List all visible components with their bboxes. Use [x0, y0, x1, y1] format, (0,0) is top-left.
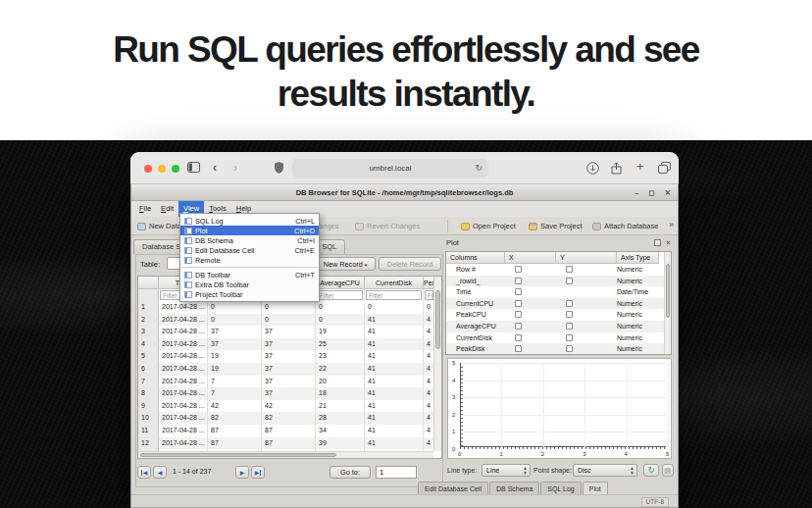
table-vertical-scrollbar[interactable] [433, 277, 441, 451]
data-cell[interactable]: 23 [316, 350, 365, 363]
column-header-PeakDisk[interactable]: PeakDisk [424, 277, 433, 289]
data-cell[interactable]: 37 [262, 363, 316, 376]
first-record-button[interactable]: ◀ [137, 466, 151, 479]
data-cell[interactable]: 4 [424, 326, 433, 338]
data-cell[interactable]: 37 [262, 387, 316, 400]
data-cell[interactable]: 7 [208, 376, 262, 388]
row-number-cell[interactable]: 10 [138, 412, 159, 425]
app-titlebar[interactable]: DB Browser for SQLite - /home/mgr/tmp/sq… [131, 184, 678, 201]
data-cell[interactable]: 87 [208, 437, 262, 450]
plot-column-row[interactable]: PeakDiskNumeric [446, 343, 664, 355]
data-cell[interactable]: 22 [316, 363, 365, 376]
y-checkbox[interactable] [566, 345, 573, 352]
data-cell[interactable]: 87 [262, 437, 316, 450]
table-horizontal-scrollbar[interactable] [138, 451, 433, 458]
data-cell[interactable]: 41 [365, 425, 424, 437]
y-checkbox[interactable] [566, 334, 573, 341]
close-traffic-light[interactable] [144, 165, 152, 173]
menubar-item-edit[interactable]: Edit [156, 201, 178, 217]
data-cell[interactable]: 21 [316, 400, 365, 413]
data-cell[interactable]: 4 [424, 338, 433, 351]
line-type-combo[interactable]: Line ▲▼ [482, 464, 531, 477]
table-row[interactable]: 22017-04-28 ...000414 [138, 314, 433, 327]
save-plot-button[interactable]: ↻ [643, 464, 659, 477]
x-checkbox[interactable] [515, 288, 522, 295]
data-cell[interactable]: 4 [424, 412, 433, 425]
data-cell[interactable]: 2017-04-28 ... [159, 412, 208, 425]
table-row[interactable]: 32017-04-28 ...373719414 [138, 326, 433, 338]
view-menu-item-db-toolbar[interactable]: DB ToolbarCtrl+T [180, 270, 319, 279]
row-number-cell[interactable]: 4 [138, 338, 159, 351]
y-checkbox[interactable] [566, 311, 573, 318]
dock-tab-edit-database-cell[interactable]: Edit Database Cell [418, 482, 488, 495]
scrollbar-thumb[interactable] [435, 290, 440, 349]
x-checkbox[interactable] [515, 278, 522, 284]
row-number-cell[interactable]: 3 [138, 326, 159, 338]
x-checkbox[interactable] [515, 323, 522, 330]
data-cell[interactable]: 37 [208, 326, 262, 338]
toolbar-open-project-button[interactable]: Open Project [461, 220, 516, 232]
plot-column-row[interactable]: Row #Numeric [446, 264, 664, 276]
data-cell[interactable]: 41 [365, 376, 424, 388]
plot-column-header-x[interactable]: X [505, 252, 556, 264]
downloads-icon[interactable] [586, 162, 599, 175]
table-row[interactable]: 92017-04-28 ...424221414 [138, 400, 433, 413]
view-menu-item-project-toolbar[interactable]: Project Toolbar [180, 289, 319, 299]
data-cell[interactable]: 4 [424, 437, 433, 450]
plot-column-row[interactable]: CurrentCPUNumeric [446, 298, 664, 310]
data-cell[interactable]: 41 [365, 326, 424, 338]
plot-column-header-y[interactable]: Y [556, 252, 617, 264]
row-number-cell[interactable]: 12 [138, 437, 159, 450]
column-header-AverageCPU[interactable]: AverageCPU [316, 277, 365, 289]
data-cell[interactable]: 37 [208, 338, 262, 351]
x-checkbox[interactable] [515, 334, 522, 341]
point-shape-combo[interactable]: Disc ▲▼ [573, 464, 637, 477]
data-cell[interactable]: 42 [208, 400, 262, 413]
plot-column-header-axistype[interactable]: Axis Type [617, 252, 659, 264]
data-cell[interactable]: 4 [424, 376, 433, 388]
minimize-traffic-light[interactable] [158, 165, 166, 173]
row-number-cell[interactable]: 2 [138, 314, 159, 327]
plot-table-scrollbar[interactable] [664, 252, 671, 354]
row-number-cell[interactable]: 7 [138, 376, 159, 388]
dock-tab-db-schema[interactable]: DB Schema [489, 482, 539, 495]
data-cell[interactable]: 2017-04-28 ... [159, 338, 208, 351]
menubar-item-file[interactable]: File [134, 201, 156, 217]
filter-input[interactable]: Filter [425, 290, 433, 300]
row-number-cell[interactable]: 5 [138, 350, 159, 363]
copy-plot-button[interactable]: ▦ [662, 464, 674, 477]
data-cell[interactable]: 28 [316, 412, 365, 425]
data-cell[interactable]: 34 [316, 425, 365, 437]
x-checkbox[interactable] [515, 266, 522, 273]
plot-column-row[interactable]: AverageCPUNumeric [446, 321, 664, 332]
dock-tab-plot[interactable]: Plot [583, 482, 608, 495]
data-cell[interactable]: 2017-04-28 ... [159, 425, 208, 437]
data-cell[interactable]: 18 [316, 387, 365, 400]
dock-tab-sql-log[interactable]: SQL Log [540, 482, 581, 495]
data-cell[interactable]: 0 [262, 314, 316, 327]
goto-button[interactable]: Go to: [330, 466, 371, 479]
table-row[interactable]: 52017-04-28 ...193723414 [138, 350, 433, 363]
view-menu-item-plot[interactable]: PlotCtrl+D [180, 226, 319, 235]
data-cell[interactable]: 0 [316, 314, 365, 327]
plot-column-row[interactable]: CurrentDiskNumeric [446, 332, 664, 344]
x-checkbox[interactable] [515, 300, 522, 307]
data-cell[interactable]: 41 [365, 412, 424, 425]
data-cell[interactable]: 4 [424, 425, 433, 437]
tab-overview-icon[interactable] [658, 162, 671, 174]
corner-header[interactable] [138, 277, 159, 289]
data-cell[interactable]: 19 [208, 350, 262, 363]
data-cell[interactable]: 2017-04-28 ... [159, 363, 208, 376]
data-cell[interactable]: 4 [424, 387, 433, 400]
data-cell[interactable]: 0 [208, 301, 262, 314]
data-cell[interactable]: 39 [316, 437, 365, 450]
view-menu-item-sql-log[interactable]: SQL LogCtrl+L [180, 216, 319, 226]
data-cell[interactable]: 41 [365, 350, 424, 363]
previous-record-button[interactable]: ◀ [153, 466, 167, 479]
maximize-icon[interactable]: ◻ [648, 188, 654, 197]
y-checkbox[interactable] [566, 266, 573, 273]
data-cell[interactable]: 82 [208, 412, 262, 425]
view-menu-item-extra-db-toolbar[interactable]: Extra DB Toolbar [180, 279, 319, 289]
sidebar-icon[interactable] [187, 162, 200, 173]
data-cell[interactable]: 0 [424, 301, 433, 314]
